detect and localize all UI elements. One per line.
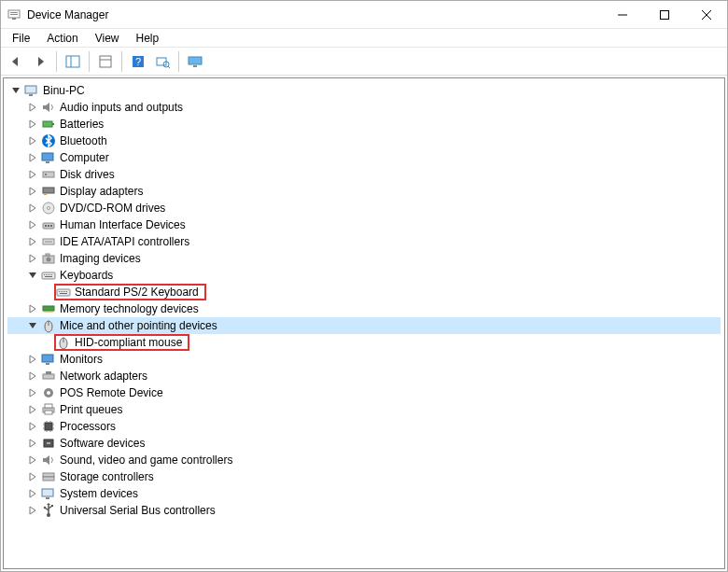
tree-item-network[interactable]: Network adapters	[7, 368, 721, 384]
computer-icon	[41, 486, 56, 501]
svg-rect-29	[44, 193, 47, 195]
device-tree[interactable]: Binu-PC Audio inputs and outputs Batteri…	[3, 77, 725, 569]
toolbar-separator	[56, 51, 57, 72]
svg-rect-51	[63, 291, 63, 292]
item-label: Keyboards	[60, 269, 113, 282]
item-label: Monitors	[60, 353, 103, 366]
menu-file[interactable]: File	[5, 30, 37, 47]
help-button[interactable]: ?	[127, 50, 149, 73]
expander-down-icon[interactable]	[26, 319, 39, 332]
properties-button[interactable]	[94, 50, 117, 73]
tree-root[interactable]: Binu-PC	[7, 82, 721, 99]
expander-right-icon[interactable]	[26, 353, 39, 366]
expander-right-icon[interactable]	[26, 470, 39, 483]
item-label: Computer	[60, 151, 109, 164]
tree-item-ide[interactable]: IDE ATA/ATAPI controllers	[7, 233, 721, 250]
tree-item-mice[interactable]: Mice and other pointing devices	[7, 317, 721, 334]
tree-item-processors[interactable]: Processors	[7, 418, 721, 435]
tree-item-standard-keyboard[interactable]: Standard PS/2 Keyboard	[7, 284, 721, 300]
expander-right-icon[interactable]	[26, 252, 39, 265]
svg-rect-18	[193, 65, 197, 67]
expander-right-icon[interactable]	[26, 101, 39, 114]
expander-right-icon[interactable]	[26, 487, 39, 500]
item-label: HID-compliant mouse	[75, 336, 182, 349]
tree-item-print[interactable]: Print queues	[7, 401, 721, 418]
cpu-icon	[41, 419, 56, 434]
item-label: Network adapters	[60, 370, 147, 383]
expander-right-icon[interactable]	[26, 202, 39, 215]
ide-icon	[41, 234, 56, 249]
maximize-button[interactable]	[643, 1, 685, 28]
svg-rect-26	[43, 172, 54, 177]
item-label: POS Remote Device	[60, 386, 163, 399]
mouse-icon	[56, 335, 71, 350]
highlight-box: Standard PS/2 Keyboard	[54, 284, 206, 300]
expander-right-icon[interactable]	[26, 218, 39, 231]
expander-right-icon[interactable]	[26, 134, 39, 147]
show-hide-tree-button[interactable]	[62, 50, 84, 73]
expander-down-icon[interactable]	[9, 84, 22, 97]
tree-item-hid-mouse[interactable]: HID-compliant mouse	[7, 334, 721, 351]
expander-right-icon[interactable]	[26, 403, 39, 416]
tree-item-imaging[interactable]: Imaging devices	[7, 250, 721, 267]
expander-right-icon[interactable]	[26, 151, 39, 164]
gear-icon	[41, 385, 56, 400]
svg-rect-3	[12, 18, 16, 20]
tree-item-storage[interactable]: Storage controllers	[7, 468, 721, 485]
back-button[interactable]	[5, 50, 27, 73]
close-button[interactable]	[685, 1, 727, 28]
monitor-button[interactable]	[184, 50, 206, 73]
svg-rect-24	[42, 153, 53, 160]
tree-item-monitors[interactable]: Monitors	[7, 351, 721, 368]
expander-right-icon[interactable]	[26, 302, 39, 315]
item-label: Bluetooth	[60, 134, 107, 147]
svg-rect-84	[47, 442, 50, 444]
display-adapter-icon	[41, 184, 56, 199]
expander-right-icon[interactable]	[26, 235, 39, 248]
tree-item-bluetooth[interactable]: Bluetooth	[7, 133, 721, 149]
menu-action[interactable]: Action	[39, 30, 85, 47]
minimize-button[interactable]	[601, 1, 643, 28]
expander-right-icon[interactable]	[26, 453, 39, 467]
tree-item-computer[interactable]: Computer	[7, 149, 721, 166]
expander-right-icon[interactable]	[26, 504, 39, 517]
speaker-icon	[41, 453, 56, 467]
tree-item-sound[interactable]: Sound, video and game controllers	[7, 452, 721, 468]
svg-rect-94	[51, 505, 53, 507]
expander-right-icon[interactable]	[26, 185, 39, 198]
tree-item-system[interactable]: System devices	[7, 485, 721, 502]
forward-button[interactable]	[29, 50, 51, 73]
tree-item-usb[interactable]: Universal Serial Bus controllers	[7, 502, 721, 519]
tree-item-hid[interactable]: Human Interface Devices	[7, 216, 721, 233]
menu-help[interactable]: Help	[129, 30, 167, 47]
svg-line-16	[168, 66, 170, 68]
toolbar-separator	[178, 51, 179, 72]
tree-item-memory[interactable]: Memory technology devices	[7, 300, 721, 317]
tree-item-pos[interactable]: POS Remote Device	[7, 384, 721, 401]
svg-rect-43	[46, 274, 47, 275]
tree-item-display-adapters[interactable]: Display adapters	[7, 183, 721, 200]
expander-right-icon[interactable]	[26, 437, 39, 450]
svg-rect-42	[44, 274, 45, 275]
tree-item-software[interactable]: Software devices	[7, 435, 721, 452]
tree-item-disk-drives[interactable]: Disk drives	[7, 166, 721, 183]
scan-hardware-button[interactable]	[151, 50, 174, 73]
menu-view[interactable]: View	[88, 30, 127, 47]
expander-down-icon[interactable]	[26, 269, 39, 282]
item-label: IDE ATA/ATAPI controllers	[60, 235, 189, 248]
tree-item-keyboards[interactable]: Keyboards	[7, 267, 721, 284]
svg-rect-55	[43, 306, 54, 311]
tree-item-audio[interactable]: Audio inputs and outputs	[7, 99, 721, 116]
svg-rect-72	[45, 404, 52, 408]
expander-right-icon[interactable]	[26, 168, 39, 181]
storage-icon	[41, 469, 56, 484]
expander-right-icon[interactable]	[26, 386, 39, 399]
tree-item-dvd[interactable]: DVD/CD-ROM drives	[7, 200, 721, 216]
expander-right-icon[interactable]	[26, 370, 39, 383]
svg-point-27	[45, 174, 47, 175]
expander-right-icon[interactable]	[26, 420, 39, 433]
item-label: Memory technology devices	[60, 302, 199, 315]
svg-rect-85	[43, 473, 54, 477]
tree-item-batteries[interactable]: Batteries	[7, 116, 721, 133]
expander-right-icon[interactable]	[26, 118, 39, 131]
